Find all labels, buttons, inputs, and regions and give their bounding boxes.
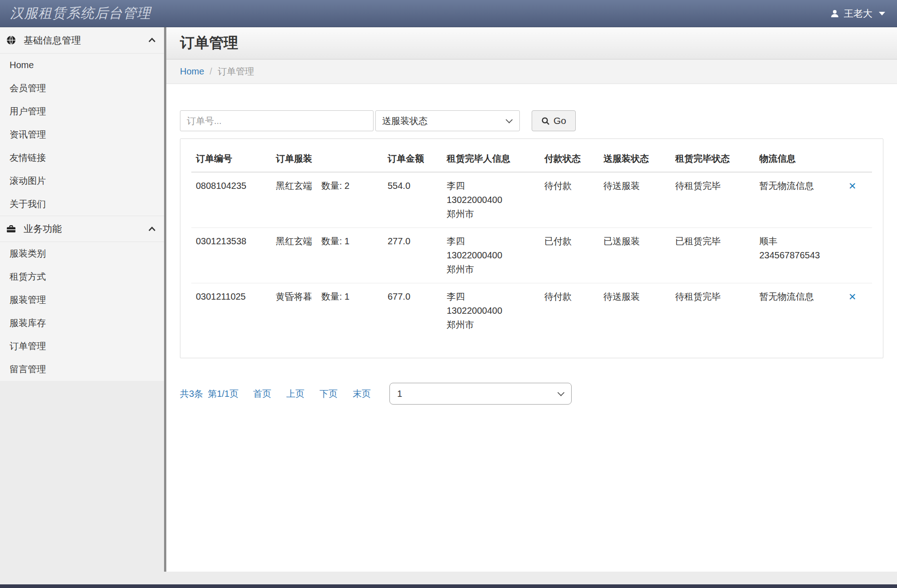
content-area: 送服装状态 Go: [166, 110, 897, 405]
delivery-status-select[interactable]: 送服装状态: [375, 110, 520, 131]
col-actions: [844, 139, 872, 172]
go-button-label: Go: [553, 115, 566, 126]
cell-order-no: 0301213538: [191, 228, 271, 283]
chevron-up-icon: [148, 227, 156, 232]
garment-name: 黄昏将暮: [276, 292, 312, 301]
delete-order-button[interactable]: ✕: [848, 181, 857, 191]
bottom-bar: [0, 584, 897, 588]
cell-renter-info: 李四 13022000400 郑州市: [442, 172, 540, 228]
cell-delete: [844, 228, 872, 283]
sidebar-item-garment-category[interactable]: 服装类别: [0, 242, 164, 265]
breadcrumb: Home / 订单管理: [166, 59, 897, 84]
briefcase-icon: [6, 224, 16, 234]
sidebar-item-label: 服装类别: [10, 247, 46, 260]
table-header-row: 订单编号 订单服装 订单金额 租赁完毕人信息 付款状态 送服装状态 租赁完毕状态…: [191, 139, 872, 172]
cell-amount: 554.0: [383, 172, 442, 228]
delete-order-button[interactable]: ✕: [848, 292, 857, 302]
table-row: 0808104235 黑红玄端数量: 2 554.0 李四 1302200040…: [191, 172, 872, 228]
sidebar-item-about-us[interactable]: 关于我们: [0, 193, 164, 216]
garment-quantity: 数量: 2: [321, 181, 349, 191]
sidebar-item-label: 留言管理: [10, 363, 46, 376]
user-icon: [830, 9, 839, 18]
cell-delivery-status: 待送服装: [599, 283, 671, 339]
renter-city: 郑州市: [447, 318, 535, 332]
cell-rental-status: 待租赁完毕: [671, 172, 755, 228]
logistics-line: 暂无物流信息: [759, 179, 839, 193]
table-row: 0301213538 黑红玄端数量: 1 277.0 李四 1302200040…: [191, 228, 872, 283]
top-navbar: 汉服租赁系统后台管理 王老大: [0, 0, 897, 27]
sidebar-item-label: 滚动图片: [10, 175, 46, 187]
sidebar-item-user-mgmt[interactable]: 用户管理: [0, 100, 164, 123]
sidebar-item-carousel-images[interactable]: 滚动图片: [0, 169, 164, 193]
col-rental-status: 租赁完毕状态: [671, 139, 755, 172]
sidebar-item-garment-mgmt[interactable]: 服装管理: [0, 288, 164, 311]
renter-phone: 13022000400: [447, 248, 535, 262]
page-header: 订单管理: [166, 27, 897, 59]
cell-logistics: 暂无物流信息: [755, 283, 844, 339]
cell-amount: 677.0: [383, 283, 442, 339]
cell-delivery-status: 待送服装: [599, 172, 671, 228]
page-number-select[interactable]: 1: [389, 383, 572, 405]
chevron-up-icon: [148, 38, 156, 43]
sidebar-item-order-mgmt[interactable]: 订单管理: [0, 335, 164, 358]
sidebar-item-home[interactable]: Home: [0, 54, 164, 77]
user-dropdown[interactable]: 王老大: [830, 7, 885, 20]
cell-garment: 黄昏将暮数量: 1: [271, 283, 383, 339]
cell-pay-status: 已付款: [540, 228, 599, 283]
renter-name: 李四: [447, 234, 535, 248]
sidebar-item-rental-method[interactable]: 租赁方式: [0, 265, 164, 288]
garment-name: 黑红玄端: [276, 181, 312, 191]
sidebar-item-label: 租赁方式: [10, 271, 46, 283]
sidebar-item-label: Home: [10, 60, 34, 70]
sidebar-item-garment-stock[interactable]: 服装库存: [0, 311, 164, 335]
cell-garment: 黑红玄端数量: 2: [271, 172, 383, 228]
logistics-line: 234567876543: [759, 248, 839, 262]
sidebar-item-label: 关于我们: [10, 198, 46, 210]
sidebar-item-label: 服装管理: [10, 294, 46, 306]
col-garment: 订单服装: [271, 139, 383, 172]
sidebar-section-label: 业务功能: [24, 222, 62, 235]
logistics-line: 顺丰: [759, 234, 839, 248]
orders-table: 订单编号 订单服装 订单金额 租赁完毕人信息 付款状态 送服装状态 租赁完毕状态…: [191, 139, 872, 338]
col-logistics: 物流信息: [755, 139, 844, 172]
pagination-total: 共3条: [180, 388, 203, 400]
garment-quantity: 数量: 1: [321, 236, 349, 246]
table-row: 0301211025 黄昏将暮数量: 1 677.0 李四 1302200040…: [191, 283, 872, 339]
sidebar-item-friend-links[interactable]: 友情链接: [0, 146, 164, 169]
col-amount: 订单金额: [383, 139, 442, 172]
sidebar-item-label: 友情链接: [10, 152, 46, 164]
sidebar-section-business[interactable]: 业务功能: [0, 216, 164, 242]
pagination: 共3条 第1/1页 首页 上页 下页 末页 1: [180, 383, 883, 405]
pagination-last-link[interactable]: 末页: [353, 388, 371, 400]
caret-down-icon: [879, 12, 885, 15]
cell-delivery-status: 已送服装: [599, 228, 671, 283]
pagination-next-link[interactable]: 下页: [319, 388, 338, 400]
cell-order-no: 0808104235: [191, 172, 271, 228]
breadcrumb-home-link[interactable]: Home: [180, 66, 204, 77]
pagination-prev-link[interactable]: 上页: [286, 388, 304, 400]
renter-phone: 13022000400: [447, 193, 535, 207]
globe-icon: [6, 35, 16, 45]
user-name: 王老大: [844, 7, 872, 20]
sidebar: 基础信息管理 Home 会员管理 用户管理 资讯管理 友情链接 滚动图片 关于我…: [0, 27, 164, 588]
sidebar-section-label: 基础信息管理: [24, 34, 81, 47]
cell-order-no: 0301211025: [191, 283, 271, 339]
cell-amount: 277.0: [383, 228, 442, 283]
garment-name: 黑红玄端: [276, 236, 312, 246]
sidebar-item-news-mgmt[interactable]: 资讯管理: [0, 123, 164, 146]
pagination-first-link[interactable]: 首页: [253, 388, 271, 400]
sidebar-item-message-mgmt[interactable]: 留言管理: [0, 358, 164, 381]
breadcrumb-current: 订单管理: [218, 65, 254, 78]
col-renter-info: 租赁完毕人信息: [442, 139, 540, 172]
cell-delete: ✕: [844, 172, 872, 228]
col-delivery-status: 送服装状态: [599, 139, 671, 172]
breadcrumb-separator: /: [209, 66, 212, 77]
order-number-input[interactable]: [180, 110, 374, 131]
app-title: 汉服租赁系统后台管理: [10, 4, 151, 23]
sidebar-section-basic-info[interactable]: 基础信息管理: [0, 27, 164, 54]
sidebar-item-member-mgmt[interactable]: 会员管理: [0, 77, 164, 100]
go-search-button[interactable]: Go: [532, 110, 576, 131]
filter-row: 送服装状态 Go: [180, 110, 883, 131]
cell-rental-status: 已租赁完毕: [671, 228, 755, 283]
cell-logistics: 暂无物流信息: [755, 172, 844, 228]
